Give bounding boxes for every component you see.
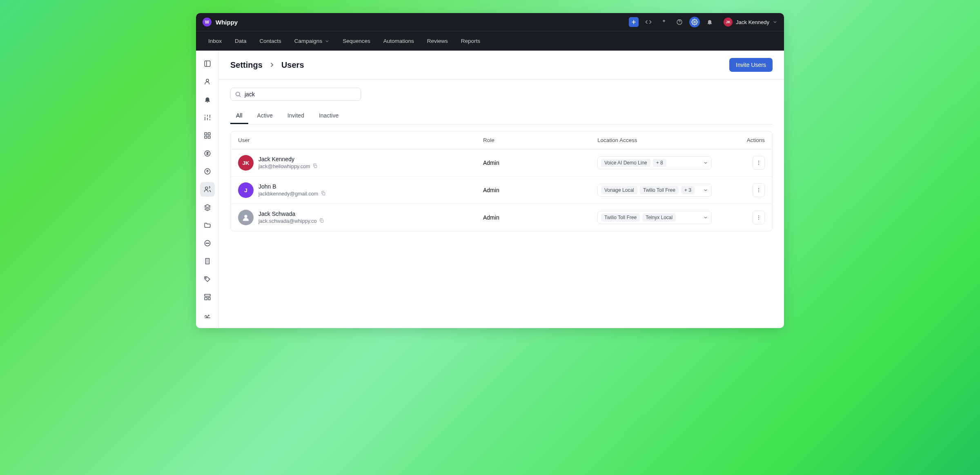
row-actions-button[interactable] [753, 156, 765, 170]
notifications-button[interactable] [704, 16, 715, 28]
nav-contacts[interactable]: Contacts [254, 35, 287, 47]
sidebar-item-users[interactable] [200, 182, 215, 197]
nav-data[interactable]: Data [229, 35, 252, 47]
users-table: User Role Location Access Actions JK Jac… [230, 131, 773, 231]
copy-icon [321, 191, 326, 196]
breadcrumb-root[interactable]: Settings [230, 60, 263, 70]
table-row: J John B jackbkennedy@gmail.com Admin Vo… [231, 176, 772, 204]
nav-automations[interactable]: Automations [378, 35, 420, 47]
sidebar-item-grid[interactable] [200, 128, 215, 143]
create-button[interactable] [629, 17, 639, 27]
sliders-icon [204, 114, 211, 121]
table-header: User Role Location Access Actions [231, 131, 772, 149]
code-button[interactable] [643, 16, 654, 28]
sidebar-item-layers[interactable] [200, 200, 215, 215]
chevron-down-icon [703, 215, 708, 220]
nav-campaigns[interactable]: Campaigns [289, 35, 335, 47]
tab-inactive[interactable]: Inactive [313, 108, 344, 124]
svg-rect-17 [205, 294, 210, 296]
settings-sidebar [196, 51, 219, 328]
settings-button[interactable] [689, 17, 700, 27]
panel-icon [204, 60, 211, 67]
location-chip: Twilio Toll Free [601, 213, 640, 222]
cell-user: JK Jack Kennedy jack@hellowhippy.com [238, 155, 483, 171]
invite-users-button[interactable]: Invite Users [729, 58, 773, 72]
user-name: Jack Kennedy [258, 156, 318, 162]
sidebar-item-upload[interactable] [200, 164, 215, 179]
sidebar-item-folder[interactable] [200, 218, 215, 233]
app-window: W Whippy JK Jack Kennedy Inbox Data Co [196, 13, 784, 328]
search-box[interactable] [230, 88, 361, 101]
user-email: jack.schwada@whippy.co [258, 218, 324, 224]
location-access-dropdown[interactable]: Voice AI Demo Line+ 8 [597, 156, 712, 169]
svg-rect-25 [323, 193, 325, 195]
nav-reports[interactable]: Reports [455, 35, 486, 47]
plus-icon [630, 19, 637, 25]
nav-sequences[interactable]: Sequences [337, 35, 376, 47]
copy-email-button[interactable] [312, 163, 318, 170]
sidebar-item-template[interactable] [200, 290, 215, 304]
user-name: Jack Kennedy [736, 19, 769, 25]
svg-rect-30 [321, 220, 323, 222]
svg-rect-2 [205, 61, 210, 67]
tab-invited[interactable]: Invited [282, 108, 310, 124]
user-name: John B [258, 183, 326, 190]
sidebar-item-chat[interactable] [200, 236, 215, 251]
sparkle-icon [661, 19, 667, 25]
chevron-down-icon [703, 160, 708, 165]
location-access-dropdown[interactable]: Twilio Toll FreeTelnyx Local [597, 211, 712, 224]
person-photo-icon [241, 213, 250, 222]
search-input[interactable] [245, 91, 356, 98]
sidebar-item-billing[interactable] [200, 146, 215, 161]
user-icon [204, 78, 211, 85]
sidebar-item-building[interactable] [200, 254, 215, 269]
location-access-dropdown[interactable]: Vonage LocalTwilio Toll Free+ 3 [597, 184, 712, 197]
cell-role: Admin [483, 214, 597, 221]
location-chip: Twilio Toll Free [640, 186, 679, 194]
chevron-down-icon [773, 20, 777, 24]
sidebar-item-notifications[interactable] [200, 92, 215, 107]
cell-location: Voice AI Demo Line+ 8 [597, 156, 724, 169]
cell-role: Admin [483, 160, 597, 166]
more-vertical-icon [756, 160, 762, 166]
sidebar-item-panel[interactable] [200, 56, 215, 71]
svg-point-31 [758, 215, 759, 216]
star-button[interactable] [658, 16, 670, 28]
user-menu[interactable]: JK Jack Kennedy [724, 18, 777, 27]
location-chip: Vonage Local [601, 186, 637, 194]
nav-reviews[interactable]: Reviews [421, 35, 454, 47]
main-content: Settings Users Invite Users All Active I… [219, 51, 784, 328]
table-row: Jack Schwada jack.schwada@whippy.co Admi… [231, 204, 772, 231]
template-icon [204, 293, 211, 301]
svg-point-14 [208, 243, 209, 244]
search-icon [235, 91, 241, 98]
cell-user: Jack Schwada jack.schwada@whippy.co [238, 210, 483, 225]
cell-actions [724, 156, 765, 170]
sidebar-item-tag[interactable] [200, 272, 215, 286]
copy-email-button[interactable] [319, 218, 324, 224]
body: Settings Users Invite Users All Active I… [196, 51, 784, 328]
svg-point-13 [207, 243, 208, 244]
users-icon [204, 186, 211, 193]
gear-icon [691, 19, 698, 25]
location-chip: Telnyx Local [642, 213, 676, 222]
tab-all[interactable]: All [230, 108, 248, 124]
svg-rect-5 [208, 133, 210, 135]
row-actions-button[interactable] [753, 211, 765, 224]
tab-active[interactable]: Active [252, 108, 278, 124]
sidebar-item-signature[interactable] [200, 308, 215, 322]
svg-point-32 [758, 217, 759, 218]
content: All Active Invited Inactive User Role Lo… [219, 80, 784, 240]
cell-actions [724, 183, 765, 197]
chevron-down-icon [325, 39, 330, 44]
nav-inbox[interactable]: Inbox [203, 35, 227, 47]
breadcrumb-page: Users [281, 60, 304, 70]
help-button[interactable] [674, 16, 685, 28]
copy-email-button[interactable] [321, 191, 326, 197]
row-actions-button[interactable] [753, 183, 765, 197]
th-location: Location Access [597, 137, 724, 143]
svg-point-3 [206, 79, 209, 82]
sidebar-item-analytics[interactable] [200, 110, 215, 125]
svg-rect-15 [205, 258, 209, 264]
sidebar-item-profile[interactable] [200, 74, 215, 89]
